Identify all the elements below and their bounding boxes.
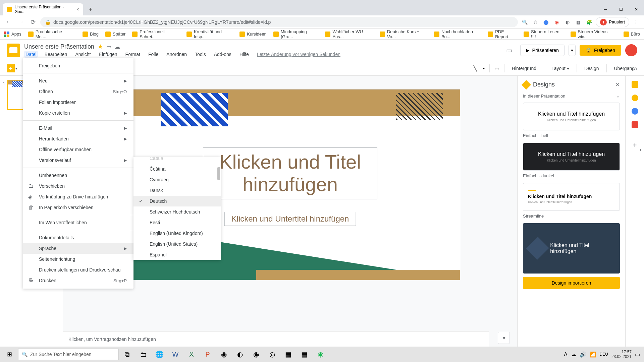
extensions-icon[interactable]: 🧩: [585, 18, 593, 26]
file-publish[interactable]: Im Web veröffentlichen: [23, 217, 133, 228]
file-language[interactable]: Sprache▶: [23, 243, 133, 254]
maximize-button[interactable]: ☐: [613, 3, 629, 15]
excel-icon[interactable]: X: [184, 348, 199, 361]
add-addon-icon[interactable]: +: [633, 141, 637, 149]
menu-tools[interactable]: Tools: [194, 51, 207, 58]
word-icon[interactable]: W: [168, 348, 183, 361]
explorer-icon[interactable]: 🗀: [136, 348, 151, 361]
bookmark-item[interactable]: Produktsuche – Mer...: [28, 29, 76, 39]
bookmark-item[interactable]: Büro: [624, 32, 640, 37]
back-button[interactable]: ←: [4, 17, 13, 27]
file-copy[interactable]: Kopie erstellen▶: [23, 108, 133, 118]
file-print[interactable]: 🖶DruckenStrg+P: [23, 275, 133, 286]
bookmark-item[interactable]: Kursideen: [239, 32, 267, 37]
bookmark-item[interactable]: Noch hochladen Bu...: [434, 29, 481, 39]
present-button[interactable]: ▶ Präsentieren: [520, 45, 565, 56]
bookmark-item[interactable]: Blog: [83, 32, 99, 37]
explore-button[interactable]: ✦: [498, 332, 510, 344]
minimize-button[interactable]: ─: [598, 3, 613, 15]
move-icon[interactable]: ▭: [106, 44, 111, 50]
app-icon[interactable]: ▤: [297, 348, 312, 361]
slide-title-placeholder[interactable]: Klicken und Titel hinzufügen: [203, 147, 377, 199]
bookmark-item[interactable]: Professionell Schrei...: [132, 29, 180, 39]
design-card-dark[interactable]: Klicken und Titel hinzufügen Klicken und…: [523, 143, 620, 171]
app-icon[interactable]: ◎: [264, 348, 280, 361]
design-card-streamline[interactable]: Klicken und Titel hinzufügen Klicken und…: [523, 183, 620, 211]
bookmark-item[interactable]: Kreativität und Insp...: [186, 29, 233, 39]
comments-button[interactable]: ▭: [503, 44, 516, 57]
toolbar-layout[interactable]: Layout ▾: [549, 64, 572, 72]
file-offline[interactable]: Offline verfügbar machen: [23, 144, 133, 155]
language-indicator[interactable]: DEU: [600, 352, 608, 357]
lang-item[interactable]: Eesti: [133, 217, 221, 228]
powerpoint-icon[interactable]: P: [200, 348, 215, 361]
file-share[interactable]: Freigeben: [23, 60, 133, 71]
bookmark-item[interactable]: Später: [105, 32, 125, 37]
sync-paused-pill[interactable]: T Pausiert: [596, 17, 629, 27]
side-panel-toggle[interactable]: ›: [640, 147, 641, 276]
file-page-setup[interactable]: Seiteneinrichtung: [23, 254, 133, 264]
lang-item[interactable]: English (United States): [133, 239, 221, 249]
reload-button[interactable]: ⟳: [28, 17, 38, 27]
menu-folie[interactable]: Folie: [147, 51, 160, 58]
file-download[interactable]: Herunterladen▶: [23, 133, 133, 144]
browser-tab[interactable]: Unsere erste Präsentation - Goo... ×: [3, 3, 83, 15]
forward-button[interactable]: →: [16, 17, 25, 27]
lang-item[interactable]: English (United Kingdom): [133, 228, 221, 239]
file-email[interactable]: E-Mail▶: [23, 123, 133, 133]
slides-logo[interactable]: [7, 44, 20, 57]
lang-item[interactable]: Cymraeg: [133, 174, 221, 185]
lang-item[interactable]: Español: [133, 249, 221, 260]
onedrive-icon[interactable]: ☁: [571, 351, 576, 358]
lang-item[interactable]: Dansk: [133, 185, 221, 196]
star-icon[interactable]: ★: [98, 43, 103, 50]
tasks-icon[interactable]: [632, 108, 638, 115]
tool-dropdown-icon[interactable]: ▾: [483, 67, 485, 70]
chrome-icon[interactable]: ◉: [248, 348, 264, 361]
app-icon[interactable]: ◉: [216, 348, 231, 361]
calendar-icon[interactable]: [632, 81, 638, 88]
menu-bearbeiten[interactable]: Bearbeiten: [43, 51, 69, 58]
toolbar-background[interactable]: Hintergrund: [509, 64, 539, 72]
toolbar-transition[interactable]: Übergang: [611, 64, 638, 72]
menu-format[interactable]: Format: [124, 51, 142, 58]
lang-item-selected[interactable]: ✓Deutsch: [133, 196, 221, 206]
file-details[interactable]: Dokumentdetails: [23, 232, 133, 243]
ext3-icon[interactable]: ◐: [564, 18, 572, 26]
close-panel-icon[interactable]: ✕: [615, 81, 620, 88]
lang-item[interactable]: Čeština: [133, 164, 221, 174]
zoom-icon[interactable]: 🔍: [521, 18, 529, 26]
clock[interactable]: 17:57 23.02.2021: [611, 350, 632, 359]
new-tab-button[interactable]: +: [86, 5, 95, 14]
ext2-icon[interactable]: ◉: [553, 18, 561, 26]
comment-tool-icon[interactable]: ▭: [494, 65, 499, 72]
star-icon[interactable]: ☆: [531, 18, 539, 26]
lang-item[interactable]: Schweizer Hochdeutsch: [133, 206, 221, 217]
bookmark-item[interactable]: Deutsche Kurs + Vo...: [380, 29, 427, 39]
document-title[interactable]: Unsere erste Präsentation: [24, 43, 94, 50]
menu-datei[interactable]: Datei: [24, 51, 38, 58]
last-edit[interactable]: Letzte Änderung vor wenigen Sekunden: [256, 51, 342, 58]
share-button[interactable]: 🔒 Freigeben: [580, 45, 621, 56]
menu-anordnen[interactable]: Anordnen: [165, 51, 188, 58]
import-design-button[interactable]: Design importieren: [523, 277, 620, 289]
menu-addons[interactable]: Add-ons: [213, 51, 233, 58]
designs-subtitle[interactable]: In dieser Präsentation ⌄: [523, 94, 620, 99]
slide-subtitle-placeholder[interactable]: Klicken und Untertitel hinzufügen: [224, 212, 356, 226]
apps-shortcut[interactable]: Apps: [4, 32, 21, 37]
lang-item[interactable]: Català: [133, 157, 221, 164]
bookmark-item[interactable]: Steuern Videos wic...: [571, 29, 617, 39]
close-window-button[interactable]: ✕: [629, 3, 644, 15]
file-drive-shortcut[interactable]: ◈Verknüpfung zu Drive hinzufügen: [23, 191, 133, 202]
tray-chevron-icon[interactable]: ᐱ: [564, 351, 568, 358]
app-icon[interactable]: ▦: [280, 348, 296, 361]
edge-icon[interactable]: 🌐: [152, 348, 167, 361]
bookmark-item[interactable]: Steuern Lesen !!!!: [524, 29, 564, 39]
address-bar[interactable]: 🔒 docs.google.com/presentation/d/1je40CL…: [40, 17, 518, 27]
spotify-icon[interactable]: ◉: [313, 348, 328, 361]
file-rename[interactable]: Umbenennen: [23, 170, 133, 181]
menu-hilfe[interactable]: Hilfe: [238, 51, 250, 58]
bookmark-item[interactable]: Wahlfächer WU Aus...: [325, 29, 373, 39]
design-card-light[interactable]: Klicken und Titel hinzufügen Klicken und…: [523, 103, 620, 130]
wifi-icon[interactable]: 📶: [590, 351, 596, 358]
